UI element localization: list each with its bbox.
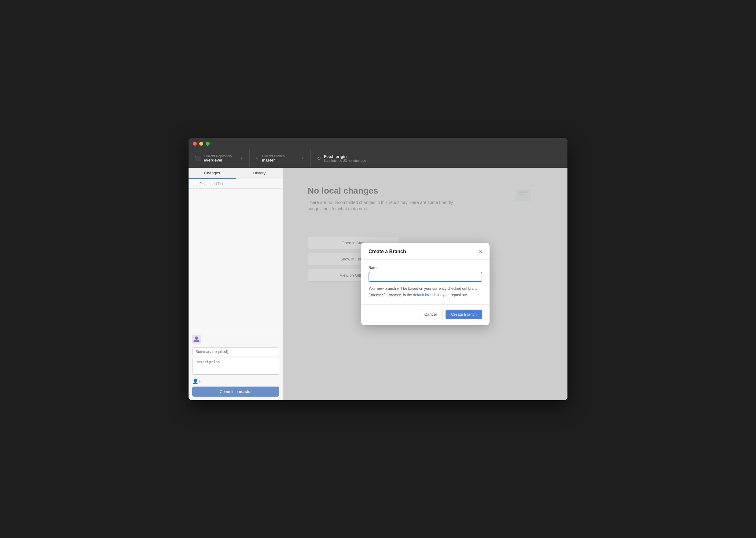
refresh-icon: ↻ <box>317 155 321 161</box>
add-coauthor-icon[interactable]: 👤+ <box>192 378 201 384</box>
app-window: ⬛ Current Repository everdevel ▼ ⑂ Curre… <box>189 138 567 400</box>
commit-button-prefix: Commit to <box>220 389 239 394</box>
repo-info: Current Repository everdevel <box>204 154 232 162</box>
sidebar: Changes History 0 changed files <box>189 168 283 400</box>
traffic-lights <box>193 142 210 146</box>
modal-title: Create a Branch <box>368 249 406 254</box>
commit-button-branch: master <box>239 389 252 394</box>
repo-selector[interactable]: ⬛ Current Repository everdevel ▼ <box>189 149 250 167</box>
modal-close-button[interactable]: × <box>479 249 482 254</box>
commit-avatar-icon <box>192 335 279 345</box>
modal-header: Create a Branch × <box>361 243 489 259</box>
maximize-button[interactable] <box>206 142 210 146</box>
cancel-button[interactable]: Cancel <box>419 310 442 319</box>
select-all-checkbox[interactable] <box>193 182 197 186</box>
fetch-sub: Last fetched 23 minutes ago <box>324 159 366 162</box>
tab-history[interactable]: History <box>236 168 283 179</box>
commit-description-input[interactable] <box>192 358 279 375</box>
branch-info-code-1: master <box>370 293 384 297</box>
commit-button[interactable]: Commit to master <box>192 387 279 397</box>
changes-list <box>189 189 283 331</box>
fetch-origin-button[interactable]: ↻ Fetch origin Last fetched 23 minutes a… <box>311 149 372 167</box>
default-branch-link[interactable]: default branch <box>413 293 436 297</box>
branch-name-input[interactable] <box>368 272 482 282</box>
tab-changes[interactable]: Changes <box>189 168 236 179</box>
changes-header: 0 changed files <box>189 179 283 189</box>
branch-chevron-icon: ▼ <box>301 157 304 160</box>
branch-label: Current Branch <box>262 154 285 158</box>
close-button[interactable] <box>193 142 197 146</box>
toolbar: ⬛ Current Repository everdevel ▼ ⑂ Curre… <box>189 149 567 168</box>
repo-chevron-icon: ▼ <box>240 157 243 160</box>
minimize-button[interactable] <box>199 142 203 146</box>
name-field-label: Name <box>368 266 482 270</box>
branch-info-text: Your new branch will be based on your cu… <box>368 286 482 298</box>
repo-label: Current Repository <box>204 154 232 158</box>
branch-selector[interactable]: ⑂ Current Branch master ▼ <box>250 149 311 167</box>
commit-area: 👤+ Commit to master <box>189 331 283 400</box>
fetch-label: Fetch origin <box>324 154 366 159</box>
fetch-info: Fetch origin Last fetched 23 minutes ago <box>324 154 366 162</box>
create-branch-modal: Create a Branch × Name Your new branch w… <box>361 243 489 325</box>
titlebar <box>189 138 567 149</box>
content-area: No local changes There are no uncommitte… <box>283 168 567 400</box>
repo-name: everdevel <box>204 158 232 162</box>
changed-files-count: 0 changed files <box>200 182 224 186</box>
branch-name: master <box>262 158 285 162</box>
branch-info: Current Branch master <box>262 154 285 162</box>
commit-summary-input[interactable] <box>192 348 279 356</box>
branch-info-code-2: master <box>388 293 402 297</box>
repo-icon: ⬛ <box>195 155 201 161</box>
create-branch-button[interactable]: Create Branch <box>446 310 482 319</box>
svg-point-1 <box>195 337 198 340</box>
branch-icon: ⑂ <box>256 156 259 161</box>
sidebar-tabs: Changes History <box>189 168 283 179</box>
modal-footer: Cancel Create Branch <box>361 304 489 325</box>
main-area: Changes History 0 changed files <box>189 168 567 400</box>
modal-body: Name Your new branch will be based on yo… <box>361 259 489 304</box>
commit-meta: 👤+ <box>192 378 279 384</box>
modal-overlay: Create a Branch × Name Your new branch w… <box>283 168 567 400</box>
